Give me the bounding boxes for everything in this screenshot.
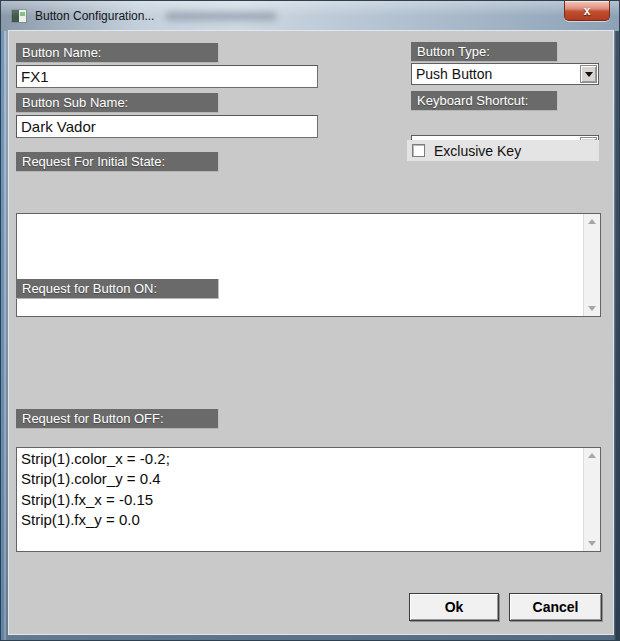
scroll-up-icon[interactable] bbox=[588, 453, 596, 458]
button-sub-name-input[interactable] bbox=[16, 115, 318, 138]
button-off-label: Request for Button OFF: bbox=[16, 409, 219, 429]
cancel-button[interactable]: Cancel bbox=[509, 593, 602, 621]
exclusive-key-label: Exclusive Key bbox=[434, 143, 521, 159]
close-button[interactable]: x bbox=[564, 1, 610, 21]
scroll-up-icon[interactable] bbox=[588, 219, 596, 224]
close-icon: x bbox=[584, 5, 591, 17]
app-icon bbox=[11, 9, 27, 23]
exclusive-key-option[interactable]: Exclusive Key bbox=[407, 140, 599, 161]
titlebar[interactable]: Button Configuration... bbox=[1, 1, 620, 31]
button-name-input[interactable] bbox=[16, 65, 318, 88]
button-sub-name-label: Button Sub Name: bbox=[16, 93, 219, 113]
scroll-down-icon[interactable] bbox=[588, 541, 596, 546]
chevron-down-icon bbox=[585, 72, 593, 77]
button-type-label: Button Type: bbox=[411, 42, 558, 62]
initial-state-scrollbar[interactable] bbox=[583, 214, 600, 316]
button-name-label: Button Name: bbox=[16, 43, 219, 63]
window-title: Button Configuration... bbox=[35, 9, 154, 23]
scroll-down-icon[interactable] bbox=[588, 306, 596, 311]
keyboard-shortcut-label: Keyboard Shortcut: bbox=[411, 91, 558, 111]
ok-button[interactable]: Ok bbox=[409, 593, 499, 621]
button-type-dropdown-button[interactable] bbox=[580, 65, 597, 83]
exclusive-key-checkbox[interactable] bbox=[412, 144, 425, 157]
dialog-body: Button Name: Button Sub Name: Button Typ… bbox=[9, 31, 613, 634]
button-on-scrollbar[interactable] bbox=[583, 448, 600, 551]
button-type-value: Push Button bbox=[412, 66, 580, 82]
button-on-textbox[interactable]: Strip(1).color_x = -0.2; Strip(1).color_… bbox=[16, 447, 601, 552]
initial-state-text bbox=[17, 214, 582, 316]
button-on-text: Strip(1).color_x = -0.2; Strip(1).color_… bbox=[17, 448, 582, 551]
button-on-label: Request for Button ON: bbox=[16, 279, 219, 299]
button-type-select[interactable]: Push Button bbox=[411, 63, 599, 85]
initial-state-label: Request For Initial State: bbox=[16, 152, 219, 172]
initial-state-textbox[interactable] bbox=[16, 213, 601, 317]
titlebar-ghost-artifact bbox=[166, 11, 276, 21]
button-configuration-dialog: Button Configuration... x Button Name: B… bbox=[0, 0, 620, 641]
